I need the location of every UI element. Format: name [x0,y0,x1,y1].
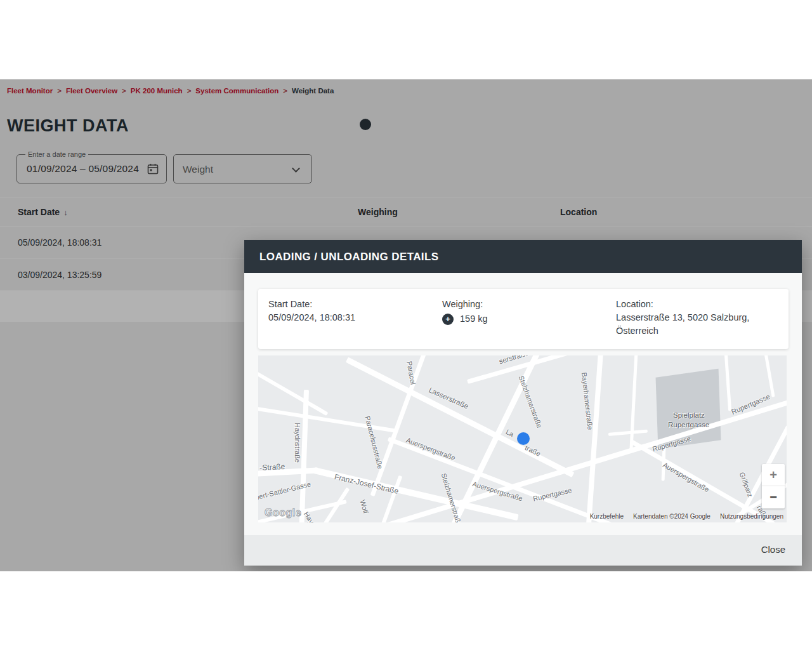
street-label: La [505,428,515,438]
loading-unloading-details-dialog: LOADING / UNLOADING DETAILS Start Date: … [244,240,802,566]
weighing-plus-icon: + [442,314,454,325]
dialog-footer: Close [244,535,802,566]
weighing-label: Weighing: [442,298,616,311]
detail-location: Location: Lasserstraße 13, 5020 Salzburg… [616,298,778,338]
detail-start-date: Start Date: 05/09/2024, 18:08:31 [268,298,442,338]
street-label: Hay [303,510,316,522]
close-button[interactable]: Close [761,544,785,555]
street-label: Haydnstraße [294,423,301,463]
location-marker [517,432,530,445]
zoom-in-button[interactable]: + [762,464,785,486]
map-canvas[interactable]: LasserstraßeserstraßeParacelParacelsusst… [258,355,787,522]
map-road [724,355,732,411]
place-label: Rupertgasse [668,421,709,428]
street-label: Paracelsusstraße [363,415,384,470]
app-viewport: Fleet Monitor > Fleet Overview > PK 200 … [0,79,812,571]
dialog-title: LOADING / UNLOADING DETAILS [259,251,438,263]
details-card: Start Date: 05/09/2024, 18:08:31 Weighin… [258,289,789,349]
location-label: Location: [616,298,778,311]
google-logo[interactable]: Google [265,507,301,519]
weighing-value: 159 kg [460,312,488,326]
street-label: Stelzhamerstraße [518,375,544,429]
street-label: Grillparz [738,471,754,498]
map-attribution: Kurzbefehle Kartendaten ©2024 Google Nut… [590,513,783,520]
map-road [608,430,648,436]
street-label: Bayerhamerstraße [580,372,594,430]
start-date-value: 05/09/2024, 18:08:31 [268,311,442,324]
map-road [369,399,787,522]
start-date-label: Start Date: [268,298,442,311]
map-road [258,406,398,433]
attribution-terms-link[interactable]: Nutzungsbedingungen [720,513,783,520]
map-road [630,439,775,522]
attribution-map-data: Kartendaten ©2024 Google [633,513,710,520]
attribution-shortcuts-link[interactable]: Kurzbefehle [590,513,624,520]
location-value-line2: Österreich [616,324,778,338]
street-label: Auerspergstraße [662,461,710,493]
location-value-line1: Lasserstraße 13, 5020 Salzburg, [616,311,778,324]
map-road [629,355,638,450]
detail-weighing: Weighing: + 159 kg [442,298,616,338]
street-label: Wolf [358,499,370,514]
map-road [764,355,775,397]
dialog-header: LOADING / UNLOADING DETAILS [244,240,802,273]
map-zoom-control: + − [762,464,785,508]
street-label: -Straße [259,462,285,472]
zoom-out-button[interactable]: − [762,486,785,508]
place-label: Spielplatz [673,411,705,419]
